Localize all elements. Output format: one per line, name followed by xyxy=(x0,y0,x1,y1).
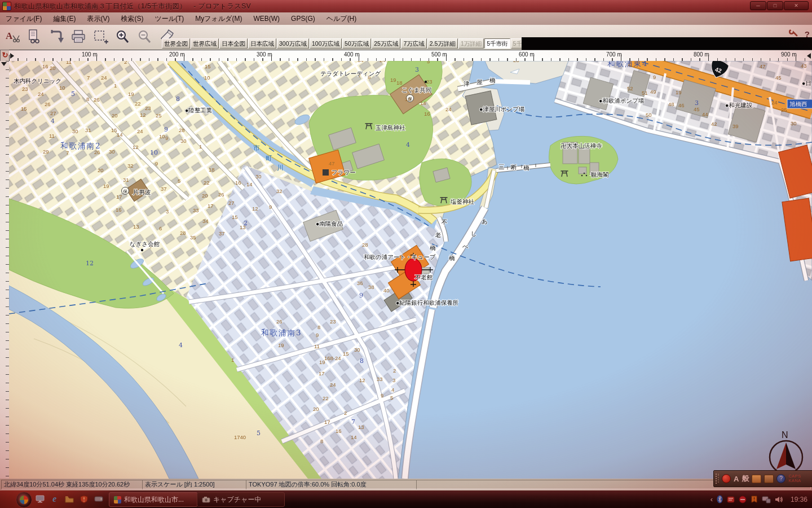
menu-item[interactable]: Myフォルダ(M) xyxy=(189,12,248,25)
scale-button[interactable]: 世界広域 xyxy=(191,38,219,49)
map-label: 45 xyxy=(775,75,782,81)
vertical-ruler[interactable] xyxy=(0,61,10,479)
map-label: 64 xyxy=(358,61,364,63)
map-label: あ xyxy=(482,218,488,225)
map-label: 8 xyxy=(320,438,323,444)
wrench-icon[interactable] xyxy=(789,28,799,40)
map-label: 橋 xyxy=(449,255,455,261)
ime-pad-icon[interactable] xyxy=(752,475,761,483)
scale-button[interactable]: 2.5万詳細 xyxy=(427,38,458,49)
map-label: 31 xyxy=(85,127,91,133)
menu-item[interactable]: ツール(T) xyxy=(149,12,189,25)
search-document-icon[interactable] xyxy=(25,27,43,46)
map-label: 24 xyxy=(38,91,44,97)
map-label: テラダトレーディング xyxy=(320,70,381,77)
print-icon[interactable] xyxy=(69,27,87,46)
road-sign-asahibashi-nishi: 旭橋西 xyxy=(787,99,812,108)
map-label: 12 xyxy=(133,144,139,150)
ime-help-icon[interactable]: ? xyxy=(776,474,785,483)
start-button[interactable] xyxy=(16,492,32,508)
map-label: 46 xyxy=(678,102,685,108)
scale-button[interactable]: 5千市街 xyxy=(484,38,510,49)
map-label: 43 xyxy=(801,63,807,69)
network-icon[interactable] xyxy=(762,496,771,503)
map-label: 31 xyxy=(123,177,129,183)
map-label: ●津屋川ポンプ場 xyxy=(479,106,525,112)
scale-button[interactable]: 100万広域 xyxy=(310,38,342,49)
ime-tools-icon[interactable] xyxy=(764,475,774,483)
ime-grip-handle[interactable] xyxy=(716,474,719,484)
menu-item[interactable]: 編集(E) xyxy=(47,12,81,25)
map-label: 15 xyxy=(21,106,27,112)
map-label: 8 xyxy=(360,357,364,365)
taskbar-button-proatlas[interactable]: 和歌山県和歌山市... xyxy=(109,492,198,507)
map-label: 30 xyxy=(791,120,797,126)
route-arrow-icon[interactable] xyxy=(47,27,65,46)
map-label: 13 xyxy=(358,424,364,430)
zoom-out-icon[interactable] xyxy=(135,27,153,46)
capture-frame-icon[interactable] xyxy=(91,27,109,46)
folder-icon[interactable] xyxy=(64,494,74,504)
ime-conversion-mode[interactable]: 般 xyxy=(742,474,749,484)
scale-button[interactable]: 25万広域 xyxy=(372,38,400,49)
drive-icon[interactable] xyxy=(94,494,103,504)
map-canvas[interactable]: 保 保 42 旭橋西 N xyxy=(9,61,812,479)
map-label: 28 xyxy=(362,242,368,248)
show-desktop-icon[interactable] xyxy=(35,494,45,504)
maximize-button[interactable]: □ xyxy=(767,1,783,10)
svg-text:旭橋西: 旭橋西 xyxy=(789,100,807,107)
ruler-label: 700 m xyxy=(606,51,622,58)
ime-kana-indicator[interactable]: KANA xyxy=(788,479,801,483)
close-button[interactable]: ✕ xyxy=(784,1,809,10)
map-label: 38 xyxy=(368,284,374,290)
map-label: 48 xyxy=(668,101,674,107)
collapse-chevron-icon[interactable]: ‹ xyxy=(710,495,713,503)
zoom-in-icon[interactable] xyxy=(113,27,131,46)
menu-item[interactable]: WEB(W) xyxy=(248,12,285,25)
menu-item[interactable]: 表示(V) xyxy=(81,12,115,25)
ime-pen-icon[interactable] xyxy=(722,474,731,483)
map-label: 9 xyxy=(653,74,656,80)
status-bar: 北緯34度10分51.04秒 東経135度10分20.62秒 表示スケール [約… xyxy=(0,479,812,491)
security-shield-icon[interactable] xyxy=(79,494,89,504)
volume-icon[interactable] xyxy=(775,496,783,503)
map-label: 19 xyxy=(128,91,134,97)
flower-shop-icon xyxy=(323,169,329,176)
scale-button[interactable]: 1万詳細 xyxy=(458,38,484,49)
ime-input-mode[interactable]: A xyxy=(734,475,739,483)
horizontal-ruler[interactable]: 100 m200 m300 m400 m500 m600 m700 m800 m… xyxy=(9,50,812,62)
map-label: 断 xyxy=(511,164,517,170)
minimize-button[interactable]: ─ xyxy=(750,1,766,10)
security-alert-icon[interactable] xyxy=(751,495,758,503)
map-label: 52 xyxy=(627,85,633,91)
taskbar-clock[interactable]: 19:36 xyxy=(791,496,807,503)
scale-button[interactable]: 50万広域 xyxy=(342,38,371,49)
scale-button[interactable]: 300万広域 xyxy=(277,38,309,49)
map-label: 玉津島神社 xyxy=(375,124,405,131)
scale-button[interactable]: 7万広域 xyxy=(401,38,426,49)
map-label: 15 xyxy=(232,214,238,220)
internet-explorer-icon[interactable]: e xyxy=(50,494,59,504)
menu-item[interactable]: ヘルプ(H) xyxy=(321,12,363,25)
ime-language-bar[interactable]: A 般 ? CAPS KANA xyxy=(713,470,812,487)
title-bar[interactable]: 和歌山県和歌山市和歌浦南３丁目付近（1/5千市街図） - プロアトラスSV ─ … xyxy=(0,0,812,12)
taskbar-button-capture[interactable]: キャプチャー中 xyxy=(197,492,285,507)
map-label: 23 xyxy=(330,318,336,325)
map-label: 10 xyxy=(204,75,210,81)
map-label: 30 xyxy=(72,128,78,134)
map-label: 17 xyxy=(324,419,330,425)
messenger-icon[interactable] xyxy=(727,496,735,503)
scale-button[interactable]: 日本広域 xyxy=(248,38,276,49)
menu-item[interactable]: ファイル(F) xyxy=(0,12,47,25)
scale-button[interactable]: 世界全図 xyxy=(162,38,190,49)
no-entry-icon[interactable] xyxy=(739,496,747,503)
menu-item[interactable]: GPS(G) xyxy=(285,12,321,25)
help-icon[interactable]: ? xyxy=(805,29,810,39)
map-label: 19 xyxy=(390,77,396,83)
scale-button[interactable]: 日本全図 xyxy=(219,38,248,49)
bluetooth-icon[interactable] xyxy=(717,495,723,503)
map-label: 橋 xyxy=(523,164,529,171)
menu-item[interactable]: 検索(S) xyxy=(115,12,149,25)
font-select-icon[interactable]: A xyxy=(3,27,21,46)
map-label: 6 xyxy=(159,225,162,231)
